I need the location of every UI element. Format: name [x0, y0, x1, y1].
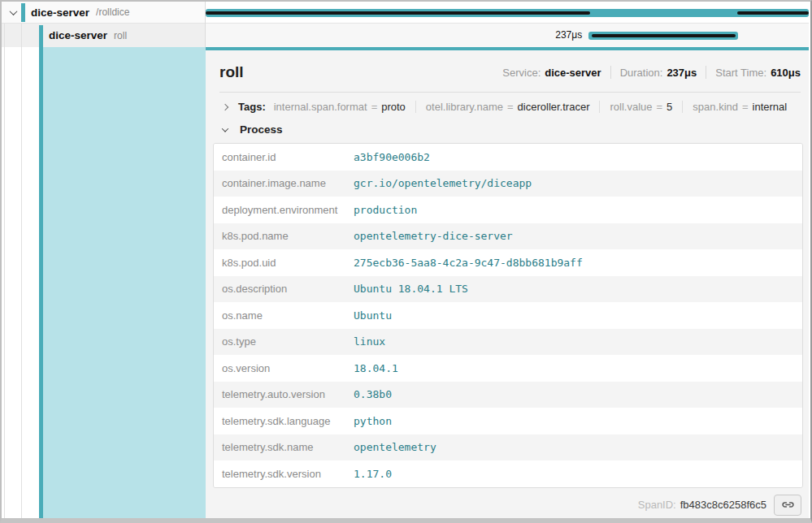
start-time-value: 610μs: [771, 67, 801, 79]
chevron-down-icon[interactable]: [7, 6, 19, 18]
process-key: k8s.pod.uid: [214, 257, 354, 269]
tag-summary-item: internal.span.format=proto: [274, 101, 406, 113]
tags-summary-row[interactable]: Tags: internal.span.format=protootel.lib…: [219, 101, 801, 113]
process-value: Ubuntu 18.04.1 LTS: [354, 283, 802, 295]
tag-equals: =: [742, 101, 749, 113]
timeline-row-roll[interactable]: 237μs: [206, 24, 809, 47]
critical-path-segment: [592, 34, 736, 37]
span-service-name: dice-server: [49, 29, 107, 41]
process-value: 0.38b0: [354, 388, 802, 400]
tag-value: internal: [753, 101, 788, 113]
tag-key: otel.library.name: [426, 101, 503, 113]
process-value: linux: [354, 335, 802, 348]
header-divider: [219, 92, 801, 93]
process-key: telemetry.sdk.language: [214, 415, 354, 427]
critical-path-segment: [206, 11, 590, 15]
span-detail-header: roll Service: dice-server Duration: 237μ…: [206, 50, 809, 81]
process-key: container.id: [214, 151, 354, 163]
trace-timeline: 237μs: [206, 2, 809, 47]
process-table-row: container.ida3bf90e006b2: [214, 144, 802, 171]
span-row-name-rolldice[interactable]: dice-server /rolldice: [2, 2, 206, 24]
span-row-name-roll[interactable]: dice-server roll: [2, 24, 206, 47]
tag-value: 5: [667, 101, 672, 113]
process-table-row: k8s.pod.uid275ecb36-5aa8-4c2a-9c47-d8bb6…: [214, 249, 802, 276]
tag-key: span.kind: [693, 101, 738, 113]
tag-value: proto: [381, 101, 406, 113]
stat-divider: [610, 66, 611, 79]
span-detail-footer: SpanID: fb483c8c6258f6c5: [206, 495, 809, 516]
process-table-row: telemetry.sdk.version1.17.0: [214, 460, 802, 487]
tag-summary-item: otel.library.name=diceroller.tracer: [426, 101, 590, 113]
tag-equals: =: [657, 101, 663, 113]
process-table-row: os.typelinux: [214, 329, 802, 356]
duration-label: Duration:: [620, 67, 663, 79]
start-time-label: Start Time:: [715, 67, 766, 79]
indent-guide: [4, 24, 5, 518]
deep-link-button[interactable]: [774, 495, 801, 516]
process-key: k8s.pod.name: [214, 230, 354, 242]
process-table-row: deployment.environmentproduction: [214, 197, 802, 223]
service-label: Service:: [502, 67, 541, 79]
process-table-row: os.descriptionUbuntu 18.04.1 LTS: [214, 276, 802, 303]
process-value: 275ecb36-5aa8-4c2a-9c47-d8bb681b9aff: [354, 257, 802, 269]
tag-key: internal.span.format: [274, 101, 367, 113]
tag-equals: =: [507, 101, 514, 113]
timeline-row-rolldice[interactable]: [206, 2, 809, 24]
span-id-value: fb483c8c6258f6c5: [680, 499, 766, 511]
process-key: os.name: [214, 309, 354, 322]
process-section-header[interactable]: Process: [219, 123, 809, 136]
span-color-bar: [21, 3, 25, 22]
process-key: telemetry.sdk.name: [214, 441, 354, 453]
process-table-row: telemetry.sdk.languagepython: [214, 408, 802, 434]
process-table-row: os.nameUbuntu: [214, 302, 802, 329]
tag-divider: [415, 101, 416, 113]
span-name-column: dice-server /rolldice dice-server roll: [2, 2, 206, 47]
span-duration-label: 237μs: [206, 24, 588, 47]
tag-equals: =: [371, 101, 378, 113]
tag-divider: [682, 101, 683, 113]
jaeger-trace-detail-view: dice-server /rolldice dice-server roll 2…: [0, 0, 812, 523]
selected-span-highlight: [43, 47, 206, 518]
process-value: python: [354, 415, 802, 427]
service-value: dice-server: [545, 67, 601, 79]
stat-divider: [706, 66, 706, 79]
process-value: production: [354, 204, 802, 216]
tag-summary-item: roll.value=5: [610, 101, 672, 113]
span-operation-name: roll: [114, 30, 127, 41]
process-table-row: k8s.pod.nameopentelemetry-dice-server: [214, 223, 802, 250]
link-icon: [781, 498, 795, 512]
span-stats: Service: dice-server Duration: 237μs Sta…: [502, 66, 801, 79]
chevron-down-icon[interactable]: [219, 124, 231, 136]
process-table-row: telemetry.auto.version0.38b0: [214, 382, 802, 408]
tag-key: roll.value: [610, 101, 652, 113]
span-id-label: SpanID:: [638, 499, 676, 511]
process-value: opentelemetry-dice-server: [354, 230, 802, 242]
process-value: opentelemetry: [354, 441, 802, 453]
process-table-row: telemetry.sdk.nameopentelemetry: [214, 434, 802, 461]
tags-summary-list: internal.span.format=protootel.library.n…: [274, 101, 788, 113]
process-label: Process: [240, 123, 283, 136]
span-service-name: dice-server: [31, 6, 89, 19]
process-value: 18.04.1: [354, 362, 802, 374]
process-key: telemetry.auto.version: [214, 388, 354, 400]
chevron-right-icon[interactable]: [219, 102, 231, 113]
process-table-row: os.version18.04.1: [214, 355, 802, 382]
indent-guide: [21, 24, 22, 518]
critical-path-segment: [737, 11, 809, 15]
process-key: container.image.name: [214, 177, 354, 189]
process-key: os.type: [214, 335, 354, 348]
process-value: gcr.io/opentelemetry/diceapp: [354, 177, 802, 189]
span-detail-panel: roll Service: dice-server Duration: 237μ…: [206, 47, 809, 518]
process-value: 1.17.0: [354, 468, 802, 480]
span-title: roll: [219, 63, 244, 81]
process-value: a3bf90e006b2: [354, 151, 802, 163]
process-key: telemetry.sdk.version: [214, 468, 354, 480]
process-key: os.description: [214, 283, 354, 295]
tag-divider: [599, 101, 600, 113]
process-value: Ubuntu: [354, 309, 802, 322]
tag-summary-item: span.kind=internal: [693, 101, 787, 113]
process-table-row: container.image.namegcr.io/opentelemetry…: [214, 171, 802, 197]
duration-value: 237μs: [667, 67, 697, 79]
tag-value: diceroller.tracer: [518, 101, 590, 113]
process-table: container.ida3bf90e006b2container.image.…: [213, 143, 803, 488]
